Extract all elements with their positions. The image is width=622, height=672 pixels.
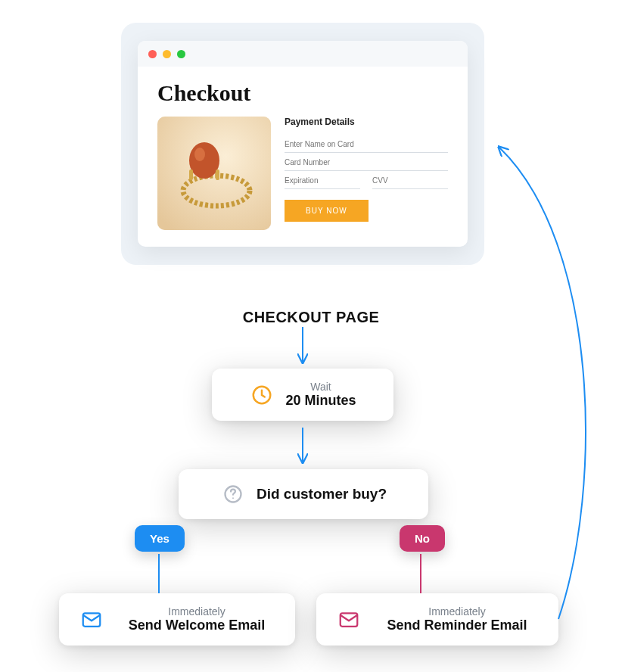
product-image: [157, 117, 271, 230]
name-on-card-input[interactable]: [285, 135, 448, 153]
wait-label: Wait: [310, 381, 331, 393]
no-badge: No: [400, 525, 445, 552]
checkout-title: Checkout: [157, 80, 448, 106]
reminder-email-node: Immediately Send Reminder Email: [316, 593, 558, 646]
wait-node: Wait 20 Minutes: [212, 369, 393, 421]
welcome-action: Send Welcome Email: [129, 618, 266, 633]
decision-node: Did customer buy?: [179, 469, 428, 519]
question-icon: [220, 481, 246, 507]
envelope-icon: [79, 607, 104, 633]
yes-badge: Yes: [135, 525, 185, 552]
clock-icon: [249, 382, 275, 408]
reminder-timing: Immediately: [428, 605, 485, 618]
buy-now-button[interactable]: BUY NOW: [285, 200, 369, 222]
window-close-dot: [148, 50, 157, 58]
window-minimize-dot: [163, 50, 171, 58]
svg-rect-5: [216, 170, 219, 180]
expiration-input[interactable]: [285, 171, 360, 189]
welcome-timing: Immediately: [168, 605, 225, 618]
card-number-input[interactable]: [285, 153, 448, 171]
envelope-icon: [336, 607, 362, 633]
checkout-page-label: CHECKOUT PAGE: [0, 309, 622, 326]
svg-rect-4: [189, 170, 193, 180]
payment-form: Payment Details BUY NOW: [285, 117, 448, 230]
browser-titlebar: [138, 41, 468, 67]
payment-heading: Payment Details: [285, 117, 448, 127]
svg-point-3: [194, 148, 205, 161]
browser-frame: Checkout: [138, 41, 468, 247]
reminder-action: Send Reminder Email: [387, 618, 527, 633]
welcome-email-node: Immediately Send Welcome Email: [59, 593, 295, 646]
window-zoom-dot: [177, 50, 185, 58]
checkout-window: Checkout: [121, 23, 484, 265]
wait-duration: 20 Minutes: [285, 393, 356, 409]
svg-point-2: [189, 142, 219, 179]
decision-text: Did customer buy?: [257, 486, 387, 502]
svg-point-8: [232, 497, 234, 499]
cvv-input[interactable]: [372, 171, 448, 189]
